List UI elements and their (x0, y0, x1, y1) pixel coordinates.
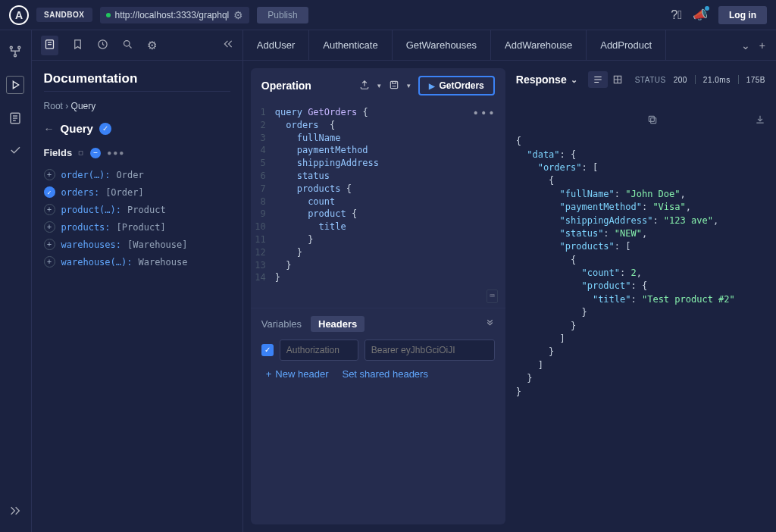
operation-tabs: AddUserAuthenticateGetWarehousesAddWareh… (243, 30, 776, 61)
field-row[interactable]: +warehouse(…): Warehouse (44, 253, 230, 271)
apollo-logo: A (9, 5, 29, 25)
plus-icon: + (266, 368, 272, 380)
svg-point-2 (14, 55, 17, 57)
header-value-input[interactable] (365, 340, 495, 361)
set-shared-headers-button[interactable]: Set shared headers (342, 368, 427, 380)
table-view-button[interactable] (608, 71, 627, 88)
code-editor[interactable]: ••• 1query GetOrders {2 orders {3 fullNa… (251, 103, 505, 308)
field-row[interactable]: +product(…): Product (44, 201, 230, 218)
breadcrumb-root[interactable]: Root (44, 101, 63, 111)
endpoint-url-box[interactable]: http://localhost:3333/graphql ⚙ (100, 7, 250, 23)
announcements-icon[interactable]: 📣 (693, 8, 708, 22)
new-header-button[interactable]: + New header (266, 368, 329, 380)
response-stats: STATUS 200 21.0ms 175B (635, 75, 765, 84)
field-type: [Order] (105, 187, 144, 198)
fields-more-icon[interactable]: ●●● (107, 149, 125, 157)
keyboard-shortcuts-icon[interactable]: ⌨ (487, 289, 498, 302)
help-icon[interactable]: ?⃝ (671, 8, 682, 22)
tab-dropdown-icon[interactable]: ⌄ (741, 39, 750, 52)
sandbox-badge: SANDBOX (36, 8, 92, 22)
field-name[interactable]: product(…): (61, 205, 121, 215)
variables-tab[interactable]: Variables (261, 318, 302, 330)
operation-tab[interactable]: GetWarehouses (393, 30, 491, 60)
field-name[interactable]: warehouses: (61, 239, 121, 250)
app-topbar: A SANDBOX http://localhost:3333/graphql … (0, 0, 776, 30)
play-icon: ▶ (429, 82, 435, 90)
header-enabled-checkbox[interactable]: ✓ (261, 344, 274, 356)
operation-panel: Operation ▾ ▾ ▶ GetOrders (251, 68, 505, 524)
field-add-icon[interactable]: + (44, 204, 55, 215)
run-operation-button[interactable]: ▶ GetOrders (418, 76, 494, 95)
field-name[interactable]: orders: (61, 187, 100, 198)
doc-toolbar: ⚙ (32, 30, 242, 61)
share-icon[interactable] (359, 80, 370, 92)
breadcrumb-current: Query (71, 101, 96, 111)
search-icon[interactable] (122, 39, 133, 52)
save-icon[interactable] (389, 80, 399, 92)
endpoint-url: http://localhost:3333/graphql (115, 10, 230, 20)
field-add-icon[interactable]: + (44, 221, 55, 233)
back-arrow-icon[interactable]: ← (44, 123, 55, 135)
operation-title: Operation (261, 80, 311, 92)
operation-tab[interactable]: AddWarehouse (491, 30, 587, 60)
field-row[interactable]: +order(…): Order (44, 166, 230, 183)
operation-tab[interactable]: Authenticate (309, 30, 392, 60)
response-title[interactable]: Response ⌄ (516, 74, 577, 86)
field-add-icon[interactable]: + (44, 169, 55, 180)
history-icon[interactable] (97, 39, 108, 52)
svg-point-7 (124, 40, 130, 46)
svg-marker-3 (14, 81, 19, 88)
chevron-down-icon: ⌄ (571, 75, 577, 85)
json-view-button[interactable] (588, 71, 608, 88)
field-row[interactable]: +products: [Product] (44, 218, 230, 236)
doc-view-icon[interactable] (41, 36, 58, 55)
fields-collapse-icon[interactable]: − (90, 148, 101, 158)
field-type: Warehouse (138, 257, 187, 268)
header-key-input[interactable] (280, 340, 358, 361)
response-body[interactable]: { "data": { "orders": [ { "fullName": "J… (513, 95, 768, 524)
documentation-panel: ⚙ Documentation Root › Query ← Query ✓ F… (32, 30, 243, 532)
field-type: Product (127, 205, 166, 215)
field-add-icon[interactable]: + (44, 256, 55, 268)
svg-point-0 (11, 46, 13, 49)
save-dropdown-icon[interactable]: ▾ (407, 82, 411, 89)
query-title: Query (61, 122, 93, 135)
field-name[interactable]: order(…): (61, 170, 111, 180)
schema-icon[interactable] (8, 44, 23, 59)
field-added-icon[interactable]: ✓ (44, 186, 55, 198)
svg-rect-11 (649, 117, 654, 122)
query-check-badge: ✓ (99, 123, 111, 135)
headers-tab[interactable]: Headers (311, 316, 365, 332)
fields-label: Fields (44, 147, 73, 158)
field-name[interactable]: warehouse(…): (61, 257, 133, 268)
new-tab-icon[interactable]: + (759, 39, 765, 52)
endpoint-settings-icon[interactable]: ⚙ (233, 9, 243, 21)
editor-more-icon[interactable]: ••• (472, 106, 496, 121)
field-name[interactable]: products: (61, 222, 111, 233)
share-dropdown-icon[interactable]: ▾ (377, 82, 381, 89)
field-row[interactable]: ✓orders: [Order] (44, 183, 230, 201)
collapse-vars-icon[interactable] (485, 318, 495, 330)
collapse-doc-icon[interactable] (223, 39, 233, 52)
fields-sort-icon[interactable]: ◇ (76, 148, 86, 158)
diff-icon[interactable] (8, 111, 23, 126)
operation-tab[interactable]: AddProduct (587, 30, 666, 60)
svg-point-1 (18, 46, 20, 49)
checks-icon[interactable] (8, 142, 23, 158)
settings-icon[interactable]: ⚙ (147, 39, 157, 52)
copy-response-icon[interactable] (558, 99, 658, 145)
field-add-icon[interactable]: + (44, 239, 55, 250)
field-type: [Warehouse] (127, 239, 187, 250)
collapse-rail-icon[interactable] (8, 503, 23, 518)
left-nav-rail (0, 30, 32, 532)
bookmark-icon[interactable] (72, 39, 83, 52)
download-response-icon[interactable] (665, 99, 765, 145)
field-row[interactable]: +warehouses: [Warehouse] (44, 236, 230, 253)
field-type: [Product] (117, 222, 166, 233)
publish-button[interactable]: Publish (257, 7, 308, 23)
fields-list: +order(…): Order✓orders: [Order]+product… (44, 166, 230, 271)
operation-tab[interactable]: AddUser (243, 30, 310, 60)
divider (44, 91, 230, 92)
login-button[interactable]: Log in (718, 6, 767, 24)
explorer-icon[interactable] (6, 76, 24, 94)
